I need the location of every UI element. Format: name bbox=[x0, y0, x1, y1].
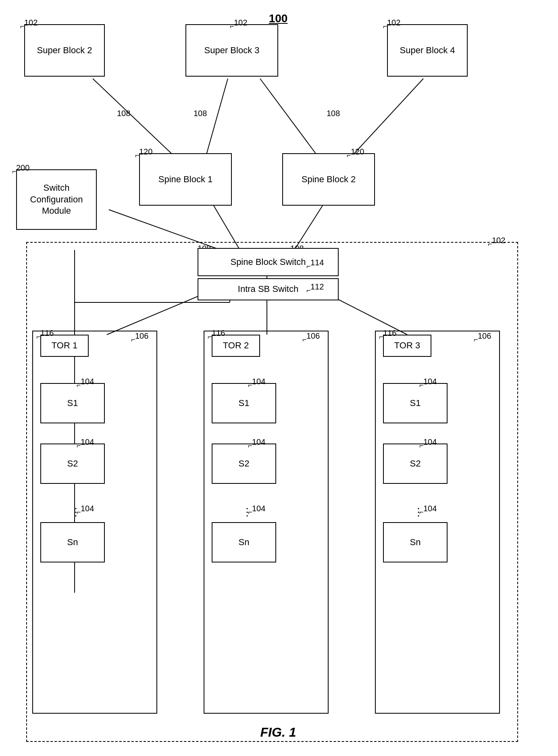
arrow-tor1: ⌐ bbox=[36, 333, 41, 341]
arrow-r2s2: ⌐ bbox=[248, 442, 252, 450]
rack2-s1-id: 104 bbox=[252, 377, 265, 386]
arrow-sb4: ⌐ bbox=[383, 22, 387, 31]
rack2-s2-label: S2 bbox=[239, 458, 250, 470]
rack1-s1-label: S1 bbox=[67, 398, 78, 409]
arrow-106-1: ⌐ bbox=[131, 335, 135, 344]
diagram-container: 100 Super Block 2 102 ⌐ Super Block 3 10… bbox=[0, 0, 558, 756]
arrow-r3s1: ⌐ bbox=[419, 381, 424, 389]
tor3-label: TOR 3 bbox=[394, 340, 420, 352]
rack3-sn-id: 104 bbox=[423, 504, 437, 513]
super-block-2-label: Super Block 2 bbox=[37, 45, 92, 56]
super-block-2-id: 102 bbox=[24, 18, 37, 27]
tor3-id: 116 bbox=[383, 329, 396, 338]
arrow-r3s2: ⌐ bbox=[419, 442, 424, 450]
switch-config-id: 200 bbox=[16, 163, 29, 173]
arrow-tor3: ⌐ bbox=[379, 333, 383, 341]
svg-line-1 bbox=[206, 79, 228, 157]
tor3-box: TOR 3 bbox=[383, 335, 431, 357]
rack1-s1: S1 bbox=[40, 383, 105, 423]
rack3-s2-label: S2 bbox=[410, 458, 421, 470]
spine-block-2-label: Spine Block 2 bbox=[302, 174, 356, 185]
super-block-4-id: 102 bbox=[387, 18, 400, 27]
intra-sb-switch-label: Intra SB Switch bbox=[238, 283, 298, 295]
label-108-3: 108 bbox=[327, 109, 340, 118]
label-102-dashed: 102 bbox=[492, 236, 505, 245]
label-106-1: 106 bbox=[135, 331, 148, 341]
arrow-r3sn: ⌐ bbox=[419, 508, 424, 516]
arrow-sbs: ⌐ bbox=[306, 262, 311, 271]
rack1-sn-label: Sn bbox=[67, 537, 78, 548]
rack2-s1-label: S1 bbox=[239, 398, 250, 409]
super-block-2: Super Block 2 bbox=[24, 24, 105, 77]
spine-block-2-id: 120 bbox=[351, 147, 364, 156]
tor1-box: TOR 1 bbox=[40, 335, 89, 357]
arrow-scm: ⌐ bbox=[12, 167, 17, 176]
arrow-r2s1: ⌐ bbox=[248, 381, 252, 389]
spine-block-switch-id: 114 bbox=[310, 258, 324, 267]
arrow-sp1: ⌐ bbox=[135, 151, 140, 160]
rack3-sn: Sn bbox=[383, 522, 448, 562]
rack2-sn: Sn bbox=[212, 522, 276, 562]
rack2-s2: S2 bbox=[212, 444, 276, 484]
arrow-r1s2: ⌐ bbox=[77, 442, 81, 450]
rack1-s1-id: 104 bbox=[81, 377, 94, 386]
super-block-3: Super Block 3 bbox=[185, 24, 278, 77]
arrow-sb3: ⌐ bbox=[230, 22, 234, 31]
arrow-sp2: ⌐ bbox=[347, 151, 351, 160]
rack2-s1: S1 bbox=[212, 383, 276, 423]
rack1-sn: Sn bbox=[40, 522, 105, 562]
intra-sb-switch-id: 112 bbox=[310, 282, 324, 292]
super-block-3-id: 102 bbox=[234, 18, 247, 27]
arrow-106-3: ⌐ bbox=[474, 335, 478, 344]
label-108-1: 108 bbox=[117, 109, 130, 118]
label-106-3: 106 bbox=[478, 331, 491, 341]
rack2-sn-id: 104 bbox=[252, 504, 265, 513]
arrow-sb2: ⌐ bbox=[20, 22, 25, 31]
tor2-label: TOR 2 bbox=[223, 340, 249, 352]
spine-block-1: Spine Block 1 bbox=[139, 153, 232, 206]
spine-block-1-label: Spine Block 1 bbox=[158, 174, 213, 185]
super-block-4: Super Block 4 bbox=[387, 24, 468, 77]
switch-config-module: Switch Configuration Module bbox=[16, 169, 97, 230]
arrow-r1s1: ⌐ bbox=[77, 381, 81, 389]
rack3-s1-id: 104 bbox=[423, 377, 437, 386]
spine-block-2: Spine Block 2 bbox=[282, 153, 375, 206]
svg-line-2 bbox=[260, 79, 319, 157]
rack1-sn-id: 104 bbox=[81, 504, 94, 513]
tor2-box: TOR 2 bbox=[212, 335, 260, 357]
diagram-title: 100 bbox=[242, 12, 314, 25]
rack3-s1: S1 bbox=[383, 383, 448, 423]
rack1-s2: S2 bbox=[40, 444, 105, 484]
rack2-s2-id: 104 bbox=[252, 437, 265, 447]
tor1-label: TOR 1 bbox=[52, 340, 77, 352]
super-block-4-label: Super Block 4 bbox=[400, 45, 455, 56]
switch-config-label: Switch Configuration Module bbox=[30, 182, 83, 217]
svg-line-3 bbox=[351, 79, 423, 157]
spine-block-switch-label: Spine Block Switch bbox=[230, 256, 306, 268]
tor2-id: 116 bbox=[212, 329, 225, 338]
rack2-sn-label: Sn bbox=[239, 537, 250, 548]
tor1-id: 116 bbox=[40, 329, 54, 338]
rack3-s2-id: 104 bbox=[423, 437, 437, 447]
arrow-r1sn: ⌐ bbox=[77, 508, 81, 516]
rack1-s2-label: S2 bbox=[67, 458, 78, 470]
rack1-s2-id: 104 bbox=[81, 437, 94, 447]
arrow-r2sn: ⌐ bbox=[248, 508, 252, 516]
rack3-s2: S2 bbox=[383, 444, 448, 484]
svg-line-0 bbox=[93, 79, 175, 157]
arrow-106-2: ⌐ bbox=[302, 335, 307, 344]
arrow-iss: ⌐ bbox=[306, 286, 311, 295]
spine-block-1-id: 120 bbox=[139, 147, 152, 156]
arrow-tor2: ⌐ bbox=[208, 333, 212, 341]
rack3-sn-label: Sn bbox=[410, 537, 421, 548]
rack3-s1-label: S1 bbox=[410, 398, 421, 409]
arrow-102-dashed: ⌐ bbox=[488, 240, 492, 248]
super-block-3-label: Super Block 3 bbox=[204, 45, 260, 56]
label-108-2: 108 bbox=[194, 109, 207, 118]
figure-label: FIG. 1 bbox=[218, 725, 339, 740]
label-106-2: 106 bbox=[306, 331, 320, 341]
